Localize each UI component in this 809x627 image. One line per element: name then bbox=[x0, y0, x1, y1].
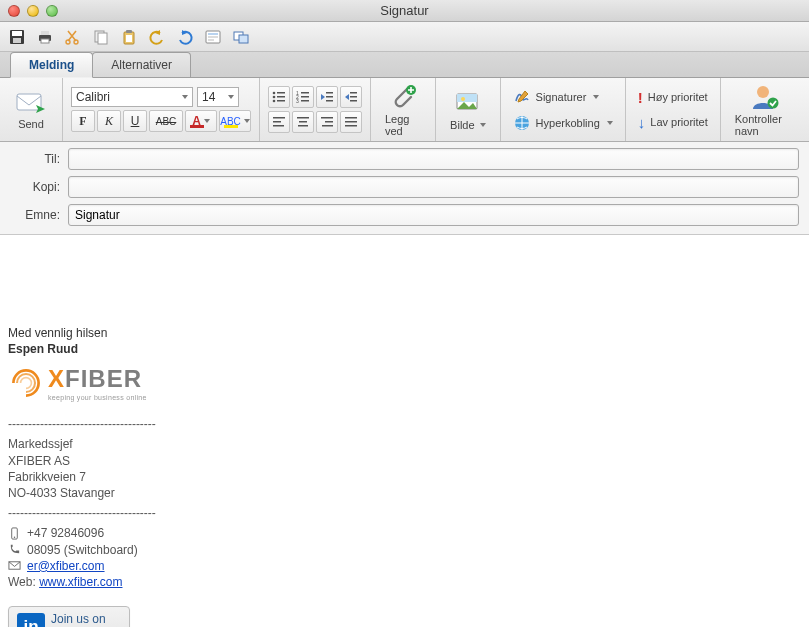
svg-point-7 bbox=[74, 40, 78, 44]
svg-point-58 bbox=[14, 536, 15, 537]
svg-rect-34 bbox=[326, 100, 333, 102]
save-icon[interactable] bbox=[6, 26, 28, 48]
sig-email-line: er@xfiber.com bbox=[8, 558, 801, 574]
chevron-down-icon bbox=[480, 123, 486, 127]
font-color-button[interactable]: A bbox=[185, 110, 217, 132]
mail-icon bbox=[8, 559, 21, 572]
close-window-button[interactable] bbox=[8, 5, 20, 17]
outdent-button[interactable] bbox=[316, 86, 338, 108]
svg-point-22 bbox=[273, 96, 276, 99]
form-icon[interactable] bbox=[202, 26, 224, 48]
highlight-button[interactable]: ABC bbox=[219, 110, 251, 132]
tab-melding[interactable]: Melding bbox=[10, 52, 93, 78]
svg-rect-47 bbox=[345, 117, 357, 119]
cut-icon[interactable] bbox=[62, 26, 84, 48]
mobile-icon bbox=[8, 527, 21, 540]
zoom-window-button[interactable] bbox=[46, 5, 58, 17]
svg-rect-33 bbox=[326, 96, 333, 98]
send-button[interactable]: Send bbox=[8, 88, 54, 132]
bold-button[interactable]: F bbox=[71, 110, 95, 132]
ribbon-group-links: Signaturer Hyperkobling bbox=[501, 78, 626, 141]
arrow-down-icon: ↓ bbox=[638, 114, 646, 131]
undo-icon[interactable] bbox=[146, 26, 168, 48]
cc-label: Kopi: bbox=[10, 180, 68, 194]
svg-rect-21 bbox=[277, 92, 285, 94]
align-center-button[interactable] bbox=[292, 111, 314, 133]
svg-rect-27 bbox=[301, 92, 309, 94]
svg-rect-11 bbox=[126, 30, 132, 33]
indent-button[interactable] bbox=[340, 86, 362, 108]
svg-rect-16 bbox=[208, 39, 214, 41]
italic-button[interactable]: K bbox=[97, 110, 121, 132]
copy-icon[interactable] bbox=[90, 26, 112, 48]
align-right-button[interactable] bbox=[316, 111, 338, 133]
chevron-down-icon bbox=[244, 119, 250, 123]
phone-icon bbox=[8, 543, 21, 556]
check-names-button[interactable]: Kontroller navn bbox=[729, 81, 801, 139]
svg-rect-48 bbox=[345, 121, 357, 123]
divider-line: ------------------------------------- bbox=[8, 416, 801, 432]
check-names-label: Kontroller navn bbox=[735, 113, 795, 137]
low-priority-button[interactable]: ↓ Lav prioritet bbox=[634, 112, 712, 133]
svg-rect-37 bbox=[350, 100, 357, 102]
linkedin-badge[interactable]: in Join us on LinkedIn bbox=[8, 606, 130, 627]
svg-rect-41 bbox=[297, 117, 309, 119]
svg-rect-9 bbox=[98, 33, 107, 44]
align-justify-button[interactable] bbox=[340, 111, 362, 133]
svg-point-53 bbox=[461, 97, 465, 101]
svg-rect-12 bbox=[126, 35, 132, 42]
sig-greeting: Med vennlig hilsen bbox=[8, 325, 801, 341]
cc-field[interactable] bbox=[68, 176, 799, 198]
ribbon: Send Calibri 14 F K U ABC A ABC bbox=[0, 78, 809, 142]
ribbon-group-image: Bilde bbox=[436, 78, 500, 141]
svg-point-24 bbox=[273, 100, 276, 103]
svg-rect-14 bbox=[208, 33, 218, 35]
windows-icon[interactable] bbox=[230, 26, 252, 48]
hyperlink-button[interactable]: Hyperkobling bbox=[509, 112, 617, 134]
signatures-button[interactable]: Signaturer bbox=[509, 86, 604, 108]
svg-rect-4 bbox=[41, 31, 49, 35]
numbering-button[interactable]: 123 bbox=[292, 86, 314, 108]
to-label: Til: bbox=[10, 152, 68, 166]
svg-rect-43 bbox=[298, 125, 308, 127]
redo-icon[interactable] bbox=[174, 26, 196, 48]
subject-label: Emne: bbox=[10, 208, 68, 222]
to-field[interactable] bbox=[68, 148, 799, 170]
bullets-button[interactable] bbox=[268, 86, 290, 108]
svg-text:3: 3 bbox=[296, 98, 299, 104]
minimize-window-button[interactable] bbox=[27, 5, 39, 17]
sig-name: Espen Ruud bbox=[8, 341, 801, 357]
svg-rect-38 bbox=[273, 117, 285, 119]
font-size-select[interactable]: 14 bbox=[197, 87, 239, 107]
subject-field[interactable] bbox=[68, 204, 799, 226]
tab-alternativer[interactable]: Alternativer bbox=[92, 52, 191, 77]
svg-rect-25 bbox=[277, 100, 285, 102]
svg-rect-32 bbox=[326, 92, 333, 94]
ribbon-group-paragraph: 123 bbox=[260, 78, 371, 141]
svg-rect-35 bbox=[350, 92, 357, 94]
underline-button[interactable]: U bbox=[123, 110, 147, 132]
font-name-select[interactable]: Calibri bbox=[71, 87, 193, 107]
print-icon[interactable] bbox=[34, 26, 56, 48]
ribbon-group-send: Send bbox=[0, 78, 63, 141]
message-body[interactable]: Med vennlig hilsen Espen Ruud XFIBER kee… bbox=[0, 235, 809, 627]
svg-rect-40 bbox=[273, 125, 284, 127]
window-titlebar: Signatur bbox=[0, 0, 809, 22]
strikethrough-button[interactable]: ABC bbox=[149, 110, 183, 132]
high-priority-button[interactable]: ! Høy prioritet bbox=[634, 87, 712, 108]
svg-point-20 bbox=[273, 92, 276, 95]
linkedin-icon: in bbox=[17, 613, 45, 627]
svg-rect-45 bbox=[325, 121, 333, 123]
chevron-down-icon bbox=[228, 95, 234, 99]
image-button[interactable]: Bilde bbox=[444, 87, 491, 133]
sig-web-link[interactable]: www.xfiber.com bbox=[39, 575, 122, 589]
sig-email-link[interactable]: er@xfiber.com bbox=[27, 558, 105, 574]
svg-rect-44 bbox=[321, 117, 333, 119]
attach-button[interactable]: Legg ved bbox=[379, 81, 427, 139]
svg-rect-1 bbox=[12, 31, 22, 36]
paste-icon[interactable] bbox=[118, 26, 140, 48]
svg-point-56 bbox=[767, 97, 778, 108]
align-left-button[interactable] bbox=[268, 111, 290, 133]
sig-web-line: Web: www.xfiber.com bbox=[8, 574, 801, 590]
svg-rect-36 bbox=[350, 96, 357, 98]
